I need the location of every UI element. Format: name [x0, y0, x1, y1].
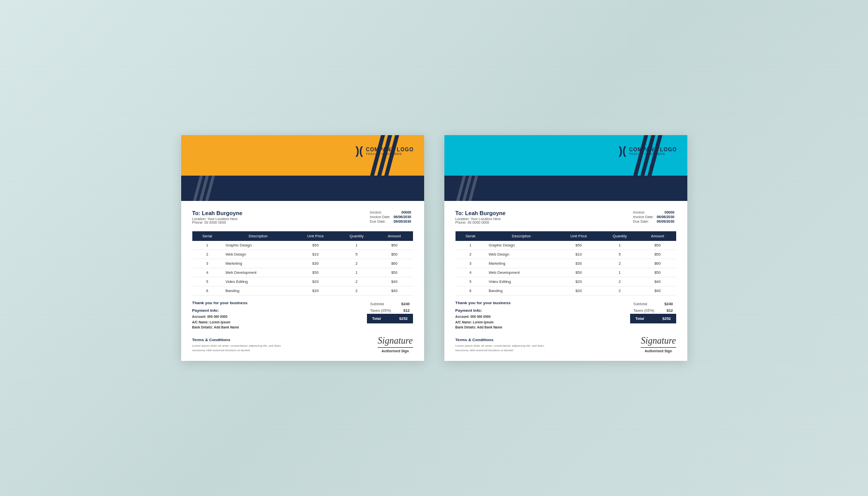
total-value-cyan: $252 [657, 314, 676, 323]
cell-quantity: 2 [600, 277, 639, 286]
invoice-row-cyan: Invoice: 00000 [632, 210, 676, 215]
total-value: $252 [394, 314, 413, 323]
due-date-value-cyan: 09/09/2030 [655, 219, 676, 224]
signature-section: Signature Authorised Sign [378, 336, 412, 353]
invoice-row: Invoice: 00000 [368, 210, 413, 215]
cell-serial: 6 [456, 286, 486, 296]
cell-amount: $60 [376, 259, 413, 268]
account-label: Account: [192, 315, 206, 318]
company-logo-cyan: )( COMPANY LOGO TAGLINE GOES HERE [618, 144, 677, 157]
cell-unit_price: $20 [294, 286, 337, 296]
cell-quantity: 2 [337, 277, 376, 286]
tax-label-cyan: Taxes (05%) [630, 307, 657, 314]
summary-table: Subtotal $240 Taxes (05%) $12 Total $252 [367, 301, 412, 323]
col-serial-cyan: Serial [456, 231, 486, 241]
billing-section-cyan: To: Leah Burgoyne Location: Your Locatio… [456, 210, 676, 224]
terms-text-cyan: Lorem ipsum dolor sit amet, consectetuer… [456, 344, 557, 353]
cell-serial: 4 [456, 268, 486, 277]
col-unit-price-cyan: Unit Price [557, 231, 600, 241]
thank-you: Thank you for your business [192, 301, 247, 305]
thank-you-cyan: Thank you for your business [456, 301, 511, 305]
cell-description: Banding [485, 286, 557, 296]
col-unit-price: Unit Price [294, 231, 337, 241]
billing-right: Invoice: 00000 Invoice Date: 06/06/2030 … [368, 210, 413, 224]
payment-detail: Account: 000 000 0000 A/C Name: Lorem Ip… [192, 314, 247, 330]
logo-icon: )( [355, 144, 363, 157]
cell-unit_price: $50 [294, 241, 337, 250]
due-date-row-cyan: Due Date: 09/09/2030 [632, 219, 676, 224]
tax-row-cyan: Taxes (05%) $12 [630, 307, 676, 314]
billing-left-cyan: To: Leah Burgoyne Location: Your Locatio… [456, 210, 506, 224]
ac-name-row: A/C Name: Lorem Ipsum [192, 320, 247, 325]
left-summary: Thank you for your business Payment Info… [192, 301, 247, 330]
invoice-details-table-cyan: Invoice: 00000 Invoice Date: 06/06/2030 … [632, 210, 676, 224]
cell-serial: 2 [456, 250, 486, 259]
ac-name-value: Lorem Ipsum [210, 320, 230, 324]
total-label-cyan: Total [630, 314, 657, 323]
table-row: 5Video Editing$202$40 [192, 277, 413, 286]
cell-description: Banding [222, 286, 294, 296]
cell-unit_price: $20 [557, 286, 600, 296]
col-description: Description [222, 231, 294, 241]
subtotal-label: Subtotal [367, 301, 394, 307]
cell-amount: $50 [376, 268, 413, 277]
company-logo: )( COMPANY LOGO TAGLINE GOES HERE [355, 144, 414, 157]
payment-detail-cyan: Account: 000 000 0000 A/C Name: Lorem Ip… [456, 314, 511, 330]
logo-tagline: TAGLINE GOES HERE [366, 152, 414, 156]
right-summary-cyan: Subtotal $240 Taxes (05%) $12 Total $252 [630, 301, 676, 323]
cell-description: Graphic Design [222, 241, 294, 250]
invoice-header-orange: )( COMPANY LOGO TAGLINE GOES HERE [181, 135, 424, 201]
logo-icon-cyan: )( [618, 144, 626, 157]
header-top-cyan: )( COMPANY LOGO TAGLINE GOES HERE [444, 135, 687, 176]
cell-quantity: 2 [600, 259, 639, 268]
header-dark-bar [181, 176, 424, 201]
tax-value-cyan: $12 [657, 307, 676, 314]
signature-text-cyan: Signature [641, 336, 676, 348]
cell-unit_price: $50 [557, 241, 600, 250]
cell-description: Video Editing [485, 277, 557, 286]
invoice-label: Invoice: [368, 210, 392, 215]
invoice-details-table: Invoice: 00000 Invoice Date: 06/06/2030 … [368, 210, 413, 224]
bank-value-cyan: Add Bank Name [477, 325, 503, 329]
invoice-body-cyan: To: Leah Burgoyne Location: Your Locatio… [444, 201, 687, 360]
invoice-header-cyan: )( COMPANY LOGO TAGLINE GOES HERE [444, 135, 687, 201]
signature-text: Signature [378, 336, 412, 348]
cell-amount: $50 [639, 250, 676, 259]
bank-label-cyan: Bank Details: [456, 325, 476, 329]
ac-name-row-cyan: A/C Name: Lorem Ipsum [456, 320, 511, 325]
logo-name-cyan: COMPANY LOGO [629, 147, 677, 152]
tax-row: Taxes (05%) $12 [367, 307, 412, 314]
account-row: Account: 000 000 0000 [192, 314, 247, 319]
left-summary-cyan: Thank you for your business Payment Info… [456, 301, 511, 330]
header-dark-bar-cyan [444, 176, 687, 201]
payment-info-title: Payment Info: [192, 308, 247, 313]
payment-info-title-cyan: Payment Info: [456, 308, 511, 313]
cell-unit_price: $10 [294, 250, 337, 259]
logo-text-cyan: COMPANY LOGO TAGLINE GOES HERE [629, 147, 677, 156]
cell-amount: $50 [639, 268, 676, 277]
invoice-date-value-cyan: 06/06/2030 [655, 215, 676, 219]
col-quantity: Quantity [337, 231, 376, 241]
invoice-label-cyan: Invoice: [632, 210, 655, 215]
cell-serial: 4 [192, 268, 223, 277]
table-row: 5Video Editing$202$40 [456, 277, 676, 286]
billing-left: To: Leah Burgoyne Location: Your Locatio… [192, 210, 242, 224]
cell-unit_price: $50 [294, 268, 337, 277]
cell-quantity: 5 [600, 250, 639, 259]
account-value-cyan: 000 000 0000 [470, 315, 490, 318]
items-tbody-cyan: 1Graphic Design$501$502Web Design$105$50… [456, 241, 676, 296]
table-row: 1Graphic Design$501$50 [456, 241, 676, 250]
cell-serial: 5 [192, 277, 223, 286]
bank-row: Bank Details: Add Bank Name [192, 325, 247, 330]
table-row: 1Graphic Design$501$50 [192, 241, 413, 250]
cell-description: Marketing [222, 259, 294, 268]
location: Location: Your Location Here [192, 217, 242, 221]
tax-label: Taxes (05%) [367, 307, 394, 314]
subtotal-value: $240 [394, 301, 413, 307]
summary-table-cyan: Subtotal $240 Taxes (05%) $12 Total $252 [630, 301, 676, 323]
total-row: Total $252 [367, 314, 412, 323]
cell-quantity: 1 [337, 241, 376, 250]
cell-amount: $40 [376, 286, 413, 296]
cell-quantity: 1 [337, 268, 376, 277]
cell-amount: $50 [376, 241, 413, 250]
